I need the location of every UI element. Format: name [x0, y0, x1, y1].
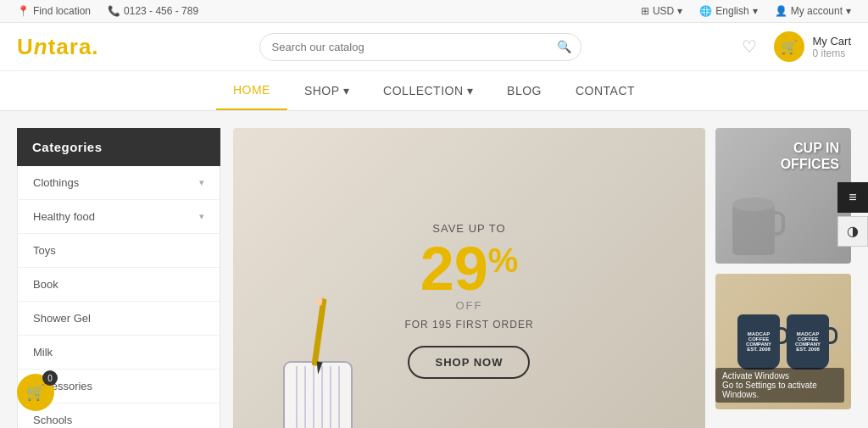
globe-icon: 🌐 [699, 5, 712, 17]
top-bar-left: 📍 Find location 📞 0123 - 456 - 789 [17, 5, 198, 17]
search-icon[interactable]: 🔍 [557, 40, 571, 53]
sidebar-item-label: Milk [33, 346, 53, 359]
activate-line1: Activate Windows [722, 371, 837, 381]
user-icon: 👤 [775, 5, 787, 17]
sidebar-item-label: Toys [33, 244, 56, 257]
phone-label: 0123 - 456 - 789 [124, 5, 198, 17]
heart-icon: ♡ [742, 37, 757, 56]
shop-now-button[interactable]: SHOP NOW [408, 346, 530, 379]
collection-chevron-icon: ▾ [467, 84, 474, 97]
sidebar-title: Categories [17, 128, 220, 166]
sidebar-item-milk[interactable]: Milk [18, 336, 220, 370]
contrast-icon-button[interactable]: ◑ [837, 216, 868, 247]
arrow-icon: ▾ [199, 177, 204, 188]
floating-buttons: ≡ ◑ [837, 182, 868, 247]
hero-for-text: FOR 195 FIRST ORDER [404, 319, 533, 331]
sidebar-item-book[interactable]: Book [18, 268, 220, 302]
find-location-label: Find location [33, 5, 91, 17]
location-icon: 📍 [17, 5, 30, 17]
nav-shop[interactable]: SHOP ▾ [287, 72, 366, 109]
banner-cup-offices-text: CUP IN OFFICES [781, 140, 839, 172]
settings-icon-button[interactable]: ≡ [837, 182, 868, 213]
cup-label-2: MADCAPCOFFEECOMPANYEST. 2008 [793, 330, 822, 353]
logo[interactable]: Untara. [17, 34, 99, 60]
account-label: My account [791, 5, 843, 17]
cart-label: My Cart [813, 35, 852, 47]
top-bar-right: ⊞ USD ▾ 🌐 English ▾ 👤 My account ▾ [641, 5, 851, 17]
currency-selector[interactable]: ⊞ USD ▾ [641, 5, 682, 17]
banner-madcap-coffee[interactable]: MADCAPCOFFEECOMPANYEST. 2008 MADCAPCOFFE… [715, 274, 851, 409]
header: Untara. 🔍 ♡ 🛒 My Cart 0 items [0, 23, 868, 71]
main-nav: HOME SHOP ▾ COLLECTION ▾ BLOG CONTACT [0, 71, 868, 111]
currency-label: USD [653, 5, 674, 17]
shop-chevron-icon: ▾ [343, 84, 350, 97]
content-area: SAVE UP TO 29 % OFF FOR 195 FIRST ORDER … [233, 128, 851, 428]
svg-rect-10 [315, 297, 322, 305]
coffee-cups-art: MADCAPCOFFEECOMPANYEST. 2008 MADCAPCOFFE… [737, 314, 829, 370]
nav-contact[interactable]: CONTACT [559, 72, 652, 109]
sidebar-item-toys[interactable]: Toys [18, 234, 220, 268]
nav-blog[interactable]: BLOG [490, 72, 559, 109]
cup-handle-2 [827, 327, 837, 344]
activate-windows-notice: Activate Windows Go to Settings to activ… [715, 368, 844, 403]
hero-content: SAVE UP TO 29 % OFF FOR 195 FIRST ORDER … [404, 222, 533, 379]
language-label: English [715, 5, 748, 17]
nav-collection[interactable]: COLLECTION ▾ [366, 72, 490, 109]
hero-discount: 29 % [404, 238, 533, 299]
language-selector[interactable]: 🌐 English ▾ [699, 5, 757, 17]
cart-count-badge: 0 [42, 370, 58, 386]
hero-percent-symbol: % [488, 243, 519, 277]
sidebar-item-label: Healthy food [33, 210, 95, 223]
sidebar-item-label: Schools [33, 414, 72, 426]
logo-text: Untara. [17, 34, 99, 59]
arrow-icon: ▾ [199, 211, 204, 222]
search-bar: 🔍 [259, 33, 581, 61]
sidebar-item-healthy-food[interactable]: Healthy food ▾ [18, 200, 220, 234]
hero-percent-number: 29 [420, 238, 488, 299]
sidebar-item-label: Book [33, 278, 58, 291]
top-bar: 📍 Find location 📞 0123 - 456 - 789 ⊞ USD… [0, 0, 868, 23]
currency-icon: ⊞ [641, 5, 649, 17]
activate-line2: Go to Settings to activate Windows. [722, 381, 837, 399]
account-menu[interactable]: 👤 My account ▾ [775, 5, 851, 17]
header-right: ♡ 🛒 My Cart 0 items [742, 31, 852, 62]
cart-items-count: 0 items [813, 47, 852, 59]
coffee-cup-2: MADCAPCOFFEECOMPANYEST. 2008 [787, 314, 829, 370]
search-input[interactable] [259, 33, 581, 61]
phone-number[interactable]: 📞 0123 - 456 - 789 [108, 5, 198, 17]
cup-label-1: MADCAPCOFFEECOMPANYEST. 2008 [744, 330, 773, 353]
sidebar-item-clothings[interactable]: Clothings ▾ [18, 166, 220, 200]
hero-banner: SAVE UP TO 29 % OFF FOR 195 FIRST ORDER … [233, 128, 705, 428]
phone-icon: 📞 [108, 5, 120, 17]
cart-shopping-icon: 🛒 [26, 383, 45, 402]
main-container: Categories Clothings ▾ Healthy food ▾ To… [0, 111, 868, 428]
hero-save-text: SAVE UP TO [404, 222, 533, 235]
nav-home[interactable]: HOME [216, 71, 287, 110]
sidebar-item-shower-gel[interactable]: Shower Gel [18, 302, 220, 336]
account-chevron-icon: ▾ [846, 5, 851, 17]
find-location[interactable]: 📍 Find location [17, 5, 91, 17]
svg-rect-8 [311, 298, 326, 366]
svg-rect-11 [732, 204, 775, 255]
language-chevron-icon: ▾ [753, 5, 758, 17]
sidebar-item-schools[interactable]: Schools [18, 403, 220, 428]
cart-button[interactable]: 🛒 My Cart 0 items [774, 31, 852, 62]
banner-line2: OFFICES [781, 156, 839, 172]
sidebar-item-label: Clothings [33, 176, 79, 189]
sidebar-item-label: Shower Gel [33, 312, 91, 325]
wishlist-button[interactable]: ♡ [742, 36, 757, 57]
banner-cup-in-offices[interactable]: CUP IN OFFICES [715, 128, 851, 264]
floating-cart-button[interactable]: 🛒 0 [17, 374, 54, 411]
right-banners: CUP IN OFFICES MADCAPCOFFEECOMPANYEST. 2… [715, 128, 851, 428]
banner-line1: CUP IN [781, 140, 839, 156]
cart-text: My Cart 0 items [813, 35, 852, 59]
currency-chevron-icon: ▾ [677, 5, 682, 17]
hero-cup-art [259, 286, 386, 428]
coffee-cup-1: MADCAPCOFFEECOMPANYEST. 2008 [737, 314, 780, 370]
cart-icon: 🛒 [774, 31, 804, 62]
svg-point-12 [732, 197, 775, 211]
